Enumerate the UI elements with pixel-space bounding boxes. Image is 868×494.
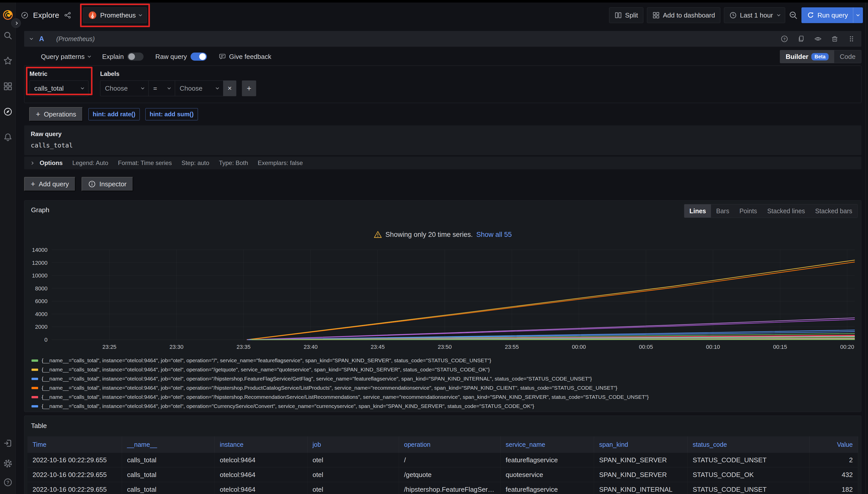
column-header-servicename[interactable]: service_name — [501, 436, 594, 453]
zoom-out-icon[interactable] — [789, 11, 798, 20]
graph-style-points[interactable]: Points — [734, 204, 762, 217]
alerting-bell-icon[interactable] — [3, 133, 13, 141]
table-panel: Table Time__name__instancejoboperationse… — [24, 416, 862, 494]
query-builder: Metric calls_total Labels Choose = Choo — [24, 65, 862, 103]
svg-text:10000: 10000 — [32, 272, 48, 279]
table-cell: calls_total — [122, 467, 215, 482]
table-cell: otel — [307, 467, 399, 482]
explain-toggle-group: Explain — [102, 53, 144, 61]
help-icon[interactable]: ? — [3, 478, 13, 487]
scrollbar[interactable] — [866, 2, 868, 494]
remove-label-filter-button[interactable]: × — [223, 80, 236, 96]
time-series-chart[interactable]: 0200040006000800010000120001400023:2523:… — [28, 246, 858, 353]
table-cell: STATUS_CODE_UNSET — [688, 453, 810, 467]
time-range-picker[interactable]: Last 1 hour — [724, 7, 785, 23]
explore-content: A (Prometheus) ? Query patterns Explain … — [16, 28, 868, 494]
column-header-spankind[interactable]: span_kind — [594, 436, 688, 453]
refresh-icon — [807, 12, 814, 19]
datasource-name: Prometheus — [100, 12, 136, 19]
graph-style-stacked-lines[interactable]: Stacked lines — [762, 204, 810, 217]
code-tab[interactable]: Code — [834, 50, 861, 63]
dashboards-icon[interactable] — [3, 82, 13, 91]
table-cell: SPAN_KIND_INTERNAL — [594, 482, 688, 494]
share-icon[interactable] — [64, 12, 71, 19]
table-cell: otelcol:9464 — [215, 467, 307, 482]
label-key-select[interactable]: Choose — [100, 80, 148, 96]
show-all-series-link[interactable]: Show all 55 — [476, 231, 512, 239]
explore-compass-icon[interactable] — [3, 107, 13, 116]
split-button[interactable]: Split — [609, 7, 644, 23]
table-cell: otel — [307, 453, 399, 467]
query-patterns-dropdown[interactable]: Query patterns — [41, 53, 90, 61]
legend-item[interactable]: {__name__="calls_total", instance="otelc… — [32, 356, 856, 365]
sign-in-icon[interactable] — [3, 439, 13, 448]
query-options-row[interactable]: Options Legend: Auto Format: Time series… — [24, 157, 862, 169]
table-cell: /hipstershop.FeatureFlagService/GetFlag — [399, 482, 501, 494]
grafana-logo[interactable] — [2, 9, 14, 20]
option-exemplars: Exemplars: false — [258, 159, 303, 167]
legend-item[interactable]: {__name__="calls_total", instance="otelc… — [32, 393, 856, 402]
graph-style-bars[interactable]: Bars — [711, 204, 734, 217]
raw-query-toggle[interactable] — [191, 53, 207, 61]
settings-gear-icon[interactable] — [3, 459, 13, 468]
hide-query-eye-icon[interactable] — [814, 35, 822, 43]
table-cell: STATUS_CODE_UNSET — [688, 482, 810, 494]
starred-icon[interactable] — [3, 56, 13, 65]
column-header-name[interactable]: __name__ — [122, 436, 215, 453]
info-circle-icon — [88, 180, 96, 188]
legend-item[interactable]: {__name__="calls_total", instance="otelc… — [32, 383, 856, 393]
column-header-time[interactable]: Time — [28, 436, 122, 453]
run-query-button[interactable]: Run query — [801, 7, 863, 23]
table-cell: SPAN_KIND_SERVER — [594, 453, 688, 467]
label-operator-select[interactable]: = — [148, 80, 175, 96]
add-to-dashboard-button[interactable]: Add to dashboard — [647, 7, 720, 23]
add-query-button[interactable]: + Add query — [24, 177, 75, 191]
query-datasource-hint: (Prometheus) — [56, 35, 95, 43]
metric-select[interactable]: calls_total — [30, 80, 88, 96]
query-row-header[interactable]: A (Prometheus) ? — [24, 31, 862, 47]
column-header-statuscode[interactable]: status_code — [688, 436, 810, 453]
add-operation-button[interactable]: + Operations — [29, 107, 83, 121]
column-header-job[interactable]: job — [307, 436, 399, 453]
duplicate-query-icon[interactable] — [797, 35, 805, 43]
delete-query-trash-icon[interactable] — [831, 35, 838, 43]
graph-style-lines[interactable]: Lines — [684, 204, 711, 217]
label-value-select[interactable]: Choose — [175, 80, 223, 96]
svg-text:?: ? — [6, 480, 10, 485]
give-feedback-link[interactable]: Give feedback — [218, 53, 271, 61]
explore-toolbar: Explore Prometheus Split — [16, 2, 868, 28]
add-label-filter-button[interactable]: + — [242, 80, 256, 96]
drag-handle-icon[interactable] — [848, 35, 855, 43]
legend-item[interactable]: {__name__="calls_total", instance="otelc… — [32, 402, 856, 410]
search-icon[interactable] — [3, 31, 13, 40]
inspector-button[interactable]: Inspector — [82, 177, 133, 191]
split-icon — [614, 12, 622, 19]
raw-query-preview: Raw query calls_total — [24, 126, 862, 155]
clock-icon — [729, 12, 737, 19]
explain-toggle[interactable] — [127, 53, 144, 61]
graph-style-stacked-bars[interactable]: Stacked bars — [810, 204, 857, 217]
column-header-operation[interactable]: operation — [399, 436, 501, 453]
hint-add-sum-button[interactable]: hint: add sum() — [145, 108, 198, 120]
builder-code-switch: Builder Beta Code — [780, 50, 862, 63]
run-query-dropdown[interactable] — [853, 7, 863, 23]
datasource-picker[interactable]: Prometheus — [83, 7, 147, 23]
builder-tab[interactable]: Builder Beta — [780, 50, 834, 63]
svg-text:23:25: 23:25 — [103, 344, 116, 350]
table-cell: 2022-10-16 00:22:29.655 — [28, 467, 122, 482]
series-limit-warning: Showing only 20 time series. Show all 55 — [24, 230, 861, 239]
query-help-icon[interactable]: ? — [781, 35, 788, 43]
svg-text:12000: 12000 — [32, 260, 48, 266]
legend-swatch — [32, 396, 38, 398]
collapse-query-icon[interactable] — [30, 37, 33, 40]
legend-item[interactable]: {__name__="calls_total", instance="otelc… — [32, 365, 856, 374]
expand-sidebar-button[interactable] — [11, 18, 21, 28]
hint-add-rate-button[interactable]: hint: add rate() — [88, 108, 140, 120]
option-type: Type: Both — [219, 159, 248, 167]
prometheus-logo-icon — [88, 11, 96, 19]
expand-options-icon[interactable] — [30, 162, 34, 165]
column-header-instance[interactable]: instance — [215, 436, 307, 453]
svg-text:4000: 4000 — [35, 311, 48, 317]
legend-item[interactable]: {__name__="calls_total", instance="otelc… — [32, 374, 856, 383]
column-header-value[interactable]: Value — [810, 436, 858, 453]
